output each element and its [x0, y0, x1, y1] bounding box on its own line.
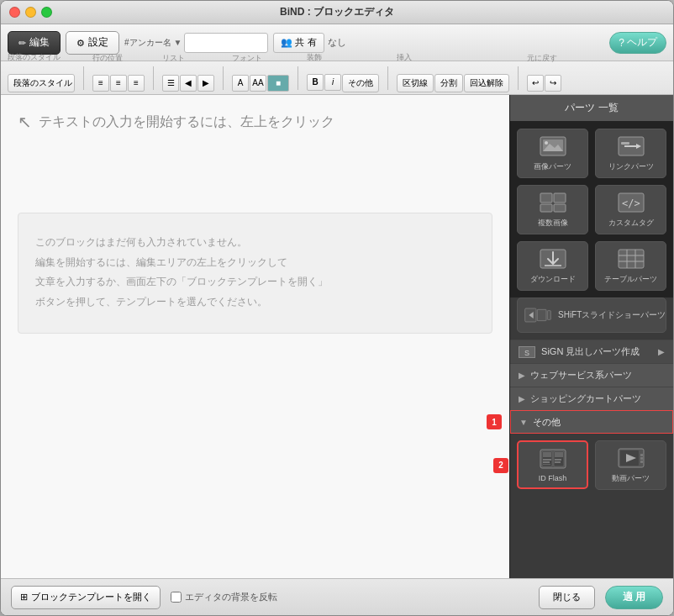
- svg-rect-9: [540, 204, 552, 212]
- minimize-button[interactable]: [25, 7, 36, 18]
- align-center-btn[interactable]: ≡: [110, 75, 127, 92]
- align-right-btn[interactable]: ≡: [128, 75, 145, 92]
- placeholder-line-1: このブロックはまだ何も入力されていません。: [35, 234, 475, 252]
- close-button[interactable]: [9, 7, 20, 18]
- other-arrow-icon: ▼: [519, 418, 528, 427]
- download-label: ダウンロード: [530, 274, 576, 285]
- placeholder-line-3: 文章を入力するか、画面左下の「ブロックテンプレートを開く」: [35, 273, 475, 292]
- redo-btn[interactable]: ↪: [545, 75, 561, 92]
- sign-arrow-icon: ▶: [658, 347, 665, 356]
- anchor-area: #アンカー名 ▼: [124, 33, 268, 53]
- help-button[interactable]: ? ヘルプ: [609, 32, 666, 54]
- bg-toggle-checkbox[interactable]: [171, 592, 182, 603]
- slideshow-wrapper: SHiFTスライドショーパーツ: [510, 297, 673, 340]
- divider-3: [223, 66, 224, 90]
- svg-text:</>: </>: [622, 197, 640, 209]
- font-a-btn[interactable]: A: [232, 75, 249, 92]
- id-flash-item[interactable]: ID Flash: [517, 440, 588, 489]
- pencil-icon: [18, 37, 26, 49]
- other-section-header[interactable]: ▼ その他: [510, 410, 673, 434]
- format-bar: 段落のスタイル 段落のスタイル 行の位置 ≡ ≡ ≡ リスト ☰ ◀ ▶: [1, 61, 673, 95]
- editor-area[interactable]: ↖ テキストの入力を開始するには、左上をクリック このブロックはまだ何も入力され…: [1, 95, 509, 578]
- apply-button[interactable]: 適 用: [605, 586, 663, 609]
- font-color-btn[interactable]: ■: [267, 75, 289, 92]
- share-button[interactable]: 👥 共 有: [273, 33, 324, 53]
- other-grid: 2: [517, 440, 666, 490]
- bg-toggle-area: エディタの背景を反転: [171, 591, 277, 603]
- main-area: ↖ テキストの入力を開始するには、左上をクリック このブロックはまだ何も入力され…: [1, 95, 673, 578]
- list-label: リスト: [162, 53, 185, 64]
- bg-toggle-label: エディタの背景を反転: [185, 591, 277, 603]
- editor-hint-text: テキストの入力を開始するには、左上をクリック: [39, 113, 334, 131]
- image-parts-label: 画像パーツ: [534, 161, 571, 172]
- decoration-buttons: B i その他: [307, 74, 379, 92]
- font-aa-btn[interactable]: AA: [250, 75, 266, 92]
- id-flash-label: ID Flash: [539, 474, 567, 482]
- list-next-btn[interactable]: ▶: [197, 75, 214, 92]
- svg-rect-21: [537, 309, 546, 320]
- other-parts-grid: 2: [510, 434, 673, 497]
- edit-button[interactable]: 編集: [8, 31, 61, 55]
- other-label: その他: [533, 416, 664, 429]
- video-parts-item[interactable]: 動画パーツ: [595, 440, 666, 490]
- other-section: 1 ▼ その他: [510, 410, 673, 434]
- align-buttons: ≡ ≡ ≡: [92, 75, 145, 92]
- badge-2: 2: [493, 458, 508, 473]
- svg-rect-28: [543, 459, 551, 461]
- placeholder-line-4: ボタンを押して、テンプレートを選んでください。: [35, 293, 475, 312]
- link-parts-item[interactable]: リンクパーツ: [595, 129, 666, 178]
- anchor-input[interactable]: [184, 33, 268, 53]
- cut-btn[interactable]: 区切線: [397, 74, 434, 92]
- svg-rect-31: [555, 452, 563, 457]
- link-parts-icon: [616, 134, 646, 158]
- restore-group: 元に戻す ↩ ↪: [527, 65, 561, 92]
- sign-section-header[interactable]: S SiGN 見出しパーツ作成 ▶: [510, 340, 673, 363]
- custom-tag-item[interactable]: </> カスタムタグ: [595, 185, 666, 234]
- undo-btn[interactable]: ↩: [527, 75, 544, 92]
- download-item[interactable]: ダウンロード: [517, 241, 588, 291]
- shopping-arrow-icon: ▶: [519, 394, 525, 403]
- table-parts-item[interactable]: テーブルパーツ: [595, 241, 666, 291]
- multi-image-item[interactable]: 複数画像: [517, 185, 588, 234]
- insert-buttons: 区切線 分割 回込解除: [397, 74, 509, 92]
- shopping-section-header[interactable]: ▶ ショッピングカートパーツ: [510, 387, 673, 410]
- decoration-label: 装飾: [307, 52, 322, 63]
- svg-rect-6: [621, 142, 629, 145]
- list-btn[interactable]: ☰: [162, 75, 179, 92]
- maximize-button[interactable]: [41, 7, 52, 18]
- sign-label: S SiGN 見出しパーツ作成: [519, 345, 653, 358]
- table-parts-label: テーブルパーツ: [604, 274, 657, 285]
- slideshow-item[interactable]: SHiFTスライドショーパーツ: [517, 297, 666, 333]
- share-icon: 👥: [281, 37, 292, 48]
- placeholder-line-2: 編集を開始するには、編集エリアの左上をクリックして: [35, 254, 475, 272]
- unwrap-btn[interactable]: 回込解除: [464, 74, 509, 92]
- split-btn[interactable]: 分割: [434, 74, 463, 92]
- list-prev-btn[interactable]: ◀: [180, 75, 197, 92]
- list-group: リスト ☰ ◀ ▶: [162, 65, 214, 92]
- style-label: 段落のスタイル: [8, 52, 61, 63]
- image-parts-item[interactable]: 画像パーツ: [517, 129, 588, 178]
- editor-hint: ↖ テキストの入力を開始するには、左上をクリック: [18, 112, 492, 132]
- settings-button[interactable]: 設定: [66, 31, 119, 55]
- video-parts-icon: [616, 446, 646, 470]
- align-left-btn[interactable]: ≡: [92, 75, 109, 92]
- close-button[interactable]: 閉じる: [539, 586, 595, 609]
- font-buttons: A AA ■: [232, 75, 289, 92]
- table-parts-icon: [616, 247, 646, 271]
- help-icon: ?: [619, 37, 624, 49]
- slideshow-icon: [524, 303, 551, 327]
- link-parts-label: リンクパーツ: [608, 161, 654, 172]
- align-group: 行の位置 ≡ ≡ ≡: [92, 65, 145, 92]
- template-button[interactable]: ブロックテンプレートを開く: [11, 586, 161, 609]
- titlebar: BiND : ブロックエディタ: [1, 1, 673, 24]
- style-select-btn[interactable]: 段落のスタイル: [8, 74, 75, 92]
- italic-btn[interactable]: i: [324, 74, 341, 91]
- shopping-label: ショッピングカートパーツ: [530, 392, 665, 405]
- svg-rect-37: [640, 454, 643, 456]
- bold-btn[interactable]: B: [307, 74, 324, 91]
- web-service-section-header[interactable]: ▶ ウェブサービス系パーツ: [510, 363, 673, 387]
- svg-rect-22: [547, 311, 550, 320]
- web-service-label: ウェブサービス系パーツ: [530, 369, 665, 382]
- other-btn[interactable]: その他: [342, 74, 379, 92]
- svg-rect-32: [555, 459, 561, 461]
